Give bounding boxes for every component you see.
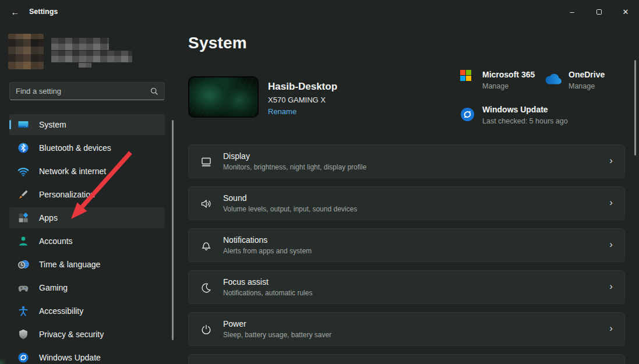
settings-row-focus-assist[interactable]: Focus assist Notifications, automatic ru… — [188, 270, 625, 304]
page-title: System — [188, 34, 247, 52]
settings-row-power[interactable]: Power Sleep, battery usage, battery save… — [188, 312, 625, 346]
row-title: Power — [223, 319, 246, 328]
back-button[interactable]: ← — [6, 4, 24, 19]
sidebar-item-label: System — [39, 120, 66, 129]
close-icon: ✕ — [623, 8, 629, 16]
wifi-icon — [17, 165, 29, 177]
sidebar-item-system[interactable]: System — [9, 114, 165, 135]
close-button[interactable]: ✕ — [612, 0, 639, 23]
sidebar-scrollbar[interactable] — [172, 120, 174, 340]
settings-row-sound[interactable]: Sound Volume levels, output, input, soun… — [188, 186, 625, 220]
apps-icon — [17, 212, 29, 224]
chevron-right-icon: › — [609, 197, 613, 208]
user-name-redacted — [51, 38, 109, 50]
settings-row-notifications[interactable]: Notifications Alerts from apps and syste… — [188, 228, 625, 262]
main-scrollbar[interactable] — [634, 60, 636, 156]
row-subtitle: Volume levels, output, input, sound devi… — [223, 205, 357, 213]
status-card-microsoft365-title[interactable]: Microsoft 365 — [482, 70, 535, 79]
status-card-microsoft365-subtitle[interactable]: Manage — [482, 82, 509, 90]
row-subtitle: Sleep, battery usage, battery saver — [223, 331, 331, 339]
sound-icon — [200, 197, 213, 210]
settings-row-display[interactable]: Display Monitors, brightness, night ligh… — [188, 144, 625, 178]
time-language-icon — [17, 259, 29, 270]
row-title: Notifications — [223, 235, 267, 245]
gaming-controller-icon — [17, 282, 29, 294]
focus-assist-moon-icon — [200, 281, 213, 294]
sidebar-item-label: Windows Update — [39, 353, 101, 362]
system-icon — [17, 119, 29, 130]
minimize-button[interactable]: – — [559, 0, 585, 23]
sidebar-item-time-language[interactable]: Time & language — [9, 254, 165, 275]
selected-accent-pill — [9, 120, 11, 129]
window-controls: – ✕ — [559, 0, 639, 23]
device-model: X570 GAMING X — [268, 96, 326, 104]
user-info-redacted — [79, 63, 91, 68]
sidebar-item-label: Bluetooth & devices — [39, 143, 111, 153]
settings-row-partial[interactable] — [188, 354, 625, 364]
sidebar-item-label: Accounts — [39, 236, 73, 246]
sidebar-item-apps[interactable]: Apps — [9, 207, 165, 228]
chevron-right-icon: › — [609, 155, 613, 167]
search-input[interactable] — [16, 87, 150, 96]
sidebar-item-gaming[interactable]: Gaming — [9, 277, 165, 298]
notifications-bell-icon — [200, 239, 213, 252]
personalization-brush-icon — [17, 189, 29, 200]
accounts-person-icon — [17, 235, 29, 247]
privacy-shield-icon — [17, 328, 29, 340]
maximize-icon — [596, 9, 602, 15]
sidebar-item-personalization[interactable]: Personalization — [9, 184, 165, 205]
bluetooth-icon — [17, 142, 29, 154]
status-card-windows-update-subtitle: Last checked: 5 hours ago — [482, 117, 568, 125]
sidebar-item-label: Network & internet — [39, 167, 106, 176]
search-icon — [150, 87, 158, 96]
sidebar-item-accessibility[interactable]: Accessibility — [9, 301, 165, 321]
sidebar-item-bluetooth-devices[interactable]: Bluetooth & devices — [9, 137, 165, 158]
sidebar-item-privacy-security[interactable]: Privacy & security — [9, 324, 165, 345]
device-wallpaper-thumbnail — [188, 76, 259, 118]
sidebar-item-label: Personalization — [39, 190, 95, 199]
sidebar-item-accounts[interactable]: Accounts — [9, 231, 165, 252]
chevron-right-icon: › — [609, 323, 613, 334]
user-email-redacted — [51, 51, 132, 62]
onedrive-icon — [544, 73, 563, 85]
sidebar-item-windows-update[interactable]: Windows Update — [9, 347, 165, 364]
device-name: Hasib-Desktop — [268, 81, 337, 93]
row-subtitle: Alerts from apps and system — [223, 247, 312, 255]
avatar[interactable] — [8, 34, 44, 69]
sidebar-item-label: Privacy & security — [39, 330, 104, 339]
display-icon — [200, 156, 213, 168]
row-title: Focus assist — [223, 277, 269, 287]
minimize-icon: – — [570, 8, 574, 16]
sidebar: System Bluetooth & devices N — [0, 23, 175, 364]
desktop-corner-peek — [0, 357, 6, 364]
sidebar-item-label: Time & language — [39, 260, 100, 269]
row-title: Display — [223, 151, 250, 161]
search-box[interactable] — [9, 82, 165, 100]
chevron-right-icon: › — [609, 239, 613, 250]
sidebar-item-label: Gaming — [39, 283, 68, 292]
row-subtitle: Notifications, automatic rules — [223, 289, 312, 297]
maximize-button[interactable] — [585, 0, 612, 23]
back-arrow-icon: ← — [11, 7, 20, 17]
settings-window: ← Settings – ✕ — [0, 0, 639, 364]
status-card-onedrive-title[interactable]: OneDrive — [569, 70, 605, 79]
window-title: Settings — [29, 0, 58, 23]
row-title: Sound — [223, 193, 246, 203]
accessibility-person-icon — [17, 305, 29, 317]
status-card-windows-update-title[interactable]: Windows Update — [482, 105, 548, 114]
row-subtitle: Monitors, brightness, night light, displ… — [223, 163, 366, 171]
sidebar-item-label: Apps — [39, 213, 58, 222]
status-card-onedrive-subtitle[interactable]: Manage — [569, 82, 595, 90]
titlebar: ← Settings – ✕ — [0, 0, 639, 23]
windows-update-status-icon — [460, 107, 475, 122]
power-icon — [200, 323, 213, 336]
sidebar-item-network-internet[interactable]: Network & internet — [9, 161, 165, 182]
sidebar-item-label: Accessibility — [39, 306, 83, 316]
chevron-right-icon: › — [609, 281, 613, 292]
microsoft-365-icon — [460, 70, 471, 81]
windows-update-icon — [17, 352, 29, 363]
main-content: System Hasib-Desktop X570 GAMING X Renam… — [175, 23, 639, 364]
sidebar-nav: System Bluetooth & devices N — [9, 114, 165, 364]
rename-link[interactable]: Rename — [268, 107, 296, 116]
